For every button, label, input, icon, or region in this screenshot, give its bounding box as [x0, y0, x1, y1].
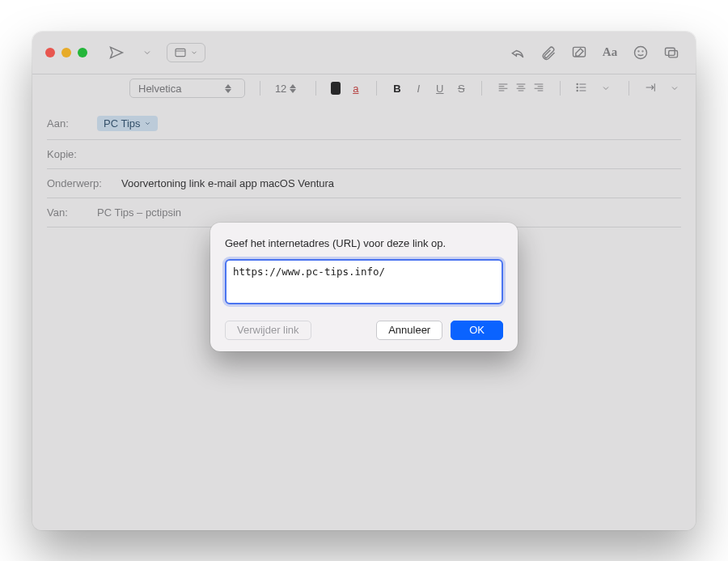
svg-point-7 [577, 83, 578, 84]
list-dropdown-icon[interactable] [598, 77, 614, 100]
bold-button[interactable]: B [392, 83, 403, 95]
text-color-swatch[interactable] [331, 82, 341, 95]
text-color-letter[interactable]: a [350, 83, 362, 95]
separator [315, 81, 316, 96]
reply-icon[interactable] [506, 41, 529, 64]
photo-browser-icon[interactable] [660, 41, 683, 64]
markup-icon[interactable] [568, 41, 590, 64]
svg-rect-0 [176, 49, 185, 56]
from-value: PC Tips – pctipsin [97, 206, 181, 219]
format-bar: Helvetica 12 a B I U S [32, 74, 696, 103]
mail-compose-window: Aa Helvetica 12 a B I U [32, 32, 696, 530]
to-row[interactable]: Aan: PC Tips [47, 108, 681, 140]
font-size-stepper[interactable]: 12 [275, 79, 301, 97]
format-text-icon[interactable]: Aa [599, 41, 621, 64]
send-dropdown-icon[interactable] [136, 41, 159, 64]
align-left-icon[interactable] [497, 81, 510, 96]
separator [376, 81, 377, 96]
list-icon[interactable] [575, 81, 588, 96]
separator [260, 81, 260, 96]
cancel-button[interactable]: Annuleer [376, 321, 442, 340]
recipient-name: PC Tips [104, 117, 141, 130]
message-headers: Aan: PC Tips Kopie: Onderwerp: Voorverto… [32, 103, 696, 227]
from-label: Van: [47, 206, 89, 219]
url-input[interactable] [225, 259, 503, 304]
italic-button[interactable]: I [413, 83, 424, 95]
alignment-group [497, 81, 545, 96]
header-fields-toggle[interactable] [167, 43, 205, 62]
svg-point-3 [638, 50, 639, 51]
separator [481, 81, 482, 96]
align-center-icon[interactable] [514, 81, 527, 96]
titlebar: Aa [32, 32, 696, 74]
minimize-window-icon[interactable] [61, 48, 71, 57]
recipient-token[interactable]: PC Tips [97, 116, 158, 131]
dialog-title: Geef het internetadres (URL) voor deze l… [225, 237, 503, 249]
subject-value: Voorvertoning link e-mail app macOS Vent… [121, 177, 334, 189]
remove-link-button[interactable]: Verwijder link [225, 321, 311, 340]
separator [560, 81, 561, 96]
svg-point-9 [577, 90, 578, 91]
zoom-window-icon[interactable] [78, 48, 87, 57]
ok-button[interactable]: OK [451, 321, 503, 340]
font-family-select[interactable]: Helvetica [129, 79, 245, 98]
svg-point-8 [577, 87, 578, 87]
subject-label: Onderwerp: [47, 177, 113, 189]
subject-row[interactable]: Onderwerp: Voorvertoning link e-mail app… [47, 169, 681, 198]
indent-dropdown-icon[interactable] [667, 77, 683, 100]
cc-row[interactable]: Kopie: [47, 140, 681, 169]
add-link-dialog: Geef het internetadres (URL) voor deze l… [210, 223, 518, 351]
to-label: Aan: [47, 117, 89, 130]
underline-button[interactable]: U [434, 83, 446, 95]
svg-rect-6 [669, 50, 678, 57]
indent-icon[interactable] [644, 81, 657, 96]
svg-rect-5 [666, 48, 675, 55]
send-icon[interactable] [105, 41, 128, 64]
close-window-icon[interactable] [45, 48, 55, 57]
window-controls [45, 48, 87, 57]
svg-point-2 [635, 46, 647, 58]
font-size-value: 12 [275, 83, 286, 95]
emoji-icon[interactable] [629, 41, 652, 64]
attachment-icon[interactable] [537, 41, 560, 64]
cc-label: Kopie: [47, 148, 89, 160]
svg-point-4 [642, 50, 643, 51]
strike-button[interactable]: S [455, 83, 467, 95]
separator [629, 81, 629, 96]
align-right-icon[interactable] [532, 81, 545, 96]
font-family-value: Helvetica [138, 83, 181, 95]
